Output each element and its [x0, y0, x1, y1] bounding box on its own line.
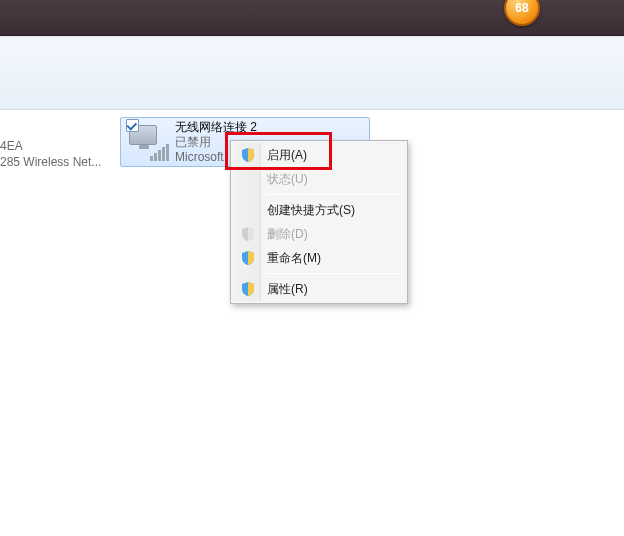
- menu-label: 状态(U): [267, 171, 308, 188]
- menu-item-enable[interactable]: 启用(A): [233, 143, 405, 167]
- menu-label: 重命名(M): [267, 250, 321, 267]
- adapter-checkbox[interactable]: [126, 119, 139, 132]
- menu-label: 启用(A): [267, 147, 307, 164]
- menu-separator: [265, 194, 403, 195]
- menu-label: 删除(D): [267, 226, 308, 243]
- notification-badge[interactable]: 68: [504, 0, 540, 26]
- shield-icon: [239, 225, 257, 243]
- shield-icon: [239, 249, 257, 267]
- menu-label: 创建快捷方式(S): [267, 202, 355, 219]
- menu-item-shortcut[interactable]: 创建快捷方式(S): [233, 198, 405, 222]
- shield-icon: [239, 146, 257, 164]
- menu-item-status: 状态(U): [233, 167, 405, 191]
- window-titlebar: 68: [0, 0, 624, 36]
- content-area: 4EA 285 Wireless Net... 无线网络连接 2 已禁用 Mic…: [0, 110, 624, 536]
- adapter-name: 无线网络连接 2: [175, 120, 257, 135]
- fragment-line2: 285 Wireless Net...: [0, 154, 101, 170]
- badge-count: 68: [515, 1, 528, 15]
- fragment-line1: 4EA: [0, 138, 101, 154]
- menu-item-delete: 删除(D): [233, 222, 405, 246]
- menu-label: 属性(R): [267, 281, 308, 298]
- shield-icon: [239, 280, 257, 298]
- menu-item-rename[interactable]: 重命名(M): [233, 246, 405, 270]
- menu-item-properties[interactable]: 属性(R): [233, 277, 405, 301]
- context-menu: 启用(A) 状态(U) 创建快捷方式(S) 删除(D) 重命名(M): [230, 140, 408, 304]
- truncated-adapter-info: 4EA 285 Wireless Net...: [0, 138, 101, 170]
- menu-separator: [265, 273, 403, 274]
- toolbar-region: [0, 36, 624, 110]
